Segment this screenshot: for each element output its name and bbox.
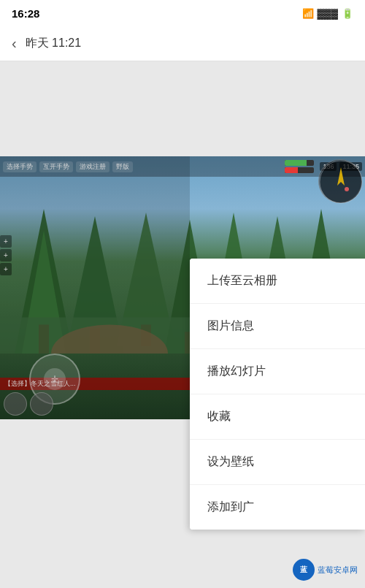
back-button[interactable]: ‹ xyxy=(12,35,17,52)
health-bar-red xyxy=(285,167,314,173)
status-time: 16:28 xyxy=(12,7,39,20)
health-bar-green xyxy=(285,160,314,166)
header-title: 昨天 11:21 xyxy=(26,36,81,51)
context-menu: 上传至云相册 图片信息 播放幻灯片 收藏 设为壁纸 添加到广 xyxy=(190,259,365,530)
menu-item-favorite[interactable]: 收藏 xyxy=(190,394,365,440)
main-content: 选择手势 互开手势 游戏注册 野版 136 11:35 xyxy=(0,61,365,588)
status-icons: 📶 ▓▓▓ 🔋 xyxy=(302,8,353,19)
watermark-text: 蓝莓安卓网 xyxy=(318,565,358,576)
menu-item-slideshow[interactable]: 播放幻灯片 xyxy=(190,349,365,394)
wifi-icon: 📶 xyxy=(302,8,314,19)
minimap xyxy=(318,159,362,203)
menu-item-upload[interactable]: 上传至云相册 xyxy=(190,259,365,304)
watermark: 蓝 蓝莓安卓网 xyxy=(293,559,358,581)
battery-icon: 🔋 xyxy=(342,8,353,19)
status-bar: 16:28 📶 ▓▓▓ 🔋 xyxy=(0,0,365,26)
watermark-logo: 蓝 xyxy=(293,559,315,581)
menu-item-info[interactable]: 图片信息 xyxy=(190,304,365,349)
menu-item-addto[interactable]: 添加到广 xyxy=(190,485,365,530)
svg-point-19 xyxy=(345,187,349,191)
signal-icon: ▓▓▓ xyxy=(318,8,338,19)
overlay-dimmer xyxy=(0,156,190,419)
menu-item-wallpaper[interactable]: 设为壁纸 xyxy=(190,440,365,485)
header: ‹ 昨天 11:21 xyxy=(0,26,365,61)
